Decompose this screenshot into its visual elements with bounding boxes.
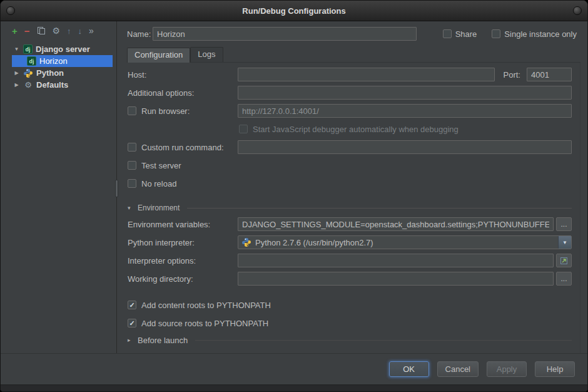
check-icon: ✓ — [129, 320, 134, 327]
run-debug-configurations-dialog: Run/Debug Configurations + − ⚙ ↑ ↓ » ▼ d… — [0, 0, 588, 392]
run-browser-checkbox[interactable] — [128, 106, 136, 115]
single-instance-option[interactable]: Single instance only — [492, 29, 577, 39]
copy-configuration-icon[interactable] — [37, 26, 46, 35]
host-label: Host: — [128, 70, 238, 80]
js-debugger-label: Start JavaScript debugger automatically … — [253, 125, 459, 134]
separator-line — [195, 340, 572, 341]
tree-item-python[interactable]: ▶ Python — [1, 67, 116, 79]
before-launch-title: Before launch — [138, 336, 188, 345]
expand-field-button[interactable] — [556, 254, 572, 267]
expander-open-icon[interactable]: ▼ — [13, 46, 20, 52]
custom-run-command-option[interactable]: Custom run command: — [128, 143, 238, 152]
tree-item-django-server[interactable]: ▼ dj Django server — [1, 43, 116, 55]
apply-button[interactable]: Apply — [487, 361, 527, 377]
run-browser-row: Run browser: — [128, 104, 572, 118]
environment-variables-label: Environment variables: — [128, 220, 238, 229]
tab-logs[interactable]: Logs — [190, 47, 223, 62]
port-label: Port: — [504, 70, 520, 80]
environment-variables-input[interactable] — [238, 217, 554, 231]
python-interpreter-row: Python interpreter: Python 2.7.6 (/usr/b… — [128, 235, 572, 249]
expand-section-icon[interactable]: ▸ — [128, 337, 134, 343]
add-source-roots-row: ✓ Add source roots to PYTHONPATH — [128, 316, 572, 330]
separator-line — [187, 208, 572, 209]
edit-defaults-icon[interactable]: ⚙ — [53, 26, 61, 36]
no-reload-row: No reload — [128, 177, 572, 190]
environment-section-header[interactable]: ▾ Environment — [128, 202, 572, 214]
run-browser-option[interactable]: Run browser: — [128, 106, 238, 116]
configuration-panel: Host: Port: Additional options: Run brow… — [127, 63, 580, 353]
additional-options-row: Additional options: — [128, 86, 572, 100]
window-bottom-edge — [1, 384, 587, 391]
python-icon — [241, 237, 251, 247]
check-icon: ✓ — [129, 302, 134, 309]
python-interpreter-select[interactable]: Python 2.7.6 (/usr/bin/python2.7) ▼ — [238, 235, 572, 249]
title-bar[interactable]: Run/Debug Configurations — [1, 1, 587, 21]
working-directory-browse-button[interactable]: ... — [556, 272, 572, 286]
no-reload-label: No reload — [141, 179, 176, 188]
js-debugger-checkbox[interactable] — [239, 125, 248, 133]
add-content-roots-checkbox[interactable]: ✓ — [128, 301, 136, 309]
help-button[interactable]: Help — [535, 361, 575, 377]
move-down-icon[interactable]: ↓ — [78, 26, 83, 36]
interpreter-options-input[interactable] — [238, 254, 554, 267]
ok-button[interactable]: OK — [389, 361, 429, 377]
add-content-roots-label: Add content roots to PYTHONPATH — [141, 301, 271, 310]
move-up-icon[interactable]: ↑ — [67, 26, 71, 36]
share-label: Share — [455, 29, 477, 39]
dialog-title: Run/Debug Configurations — [242, 6, 345, 16]
python-interpreter-label: Python interpreter: — [128, 238, 238, 247]
window-close-button[interactable] — [573, 6, 582, 15]
python-interpreter-value: Python 2.7.6 (/usr/bin/python2.7) — [255, 238, 554, 247]
cancel-button[interactable]: Cancel — [437, 361, 479, 377]
add-source-roots-label: Add source roots to PYTHONPATH — [141, 319, 268, 328]
interpreter-options-row: Interpreter options: — [128, 254, 572, 267]
combo-arrow-icon[interactable]: ▼ — [558, 236, 571, 249]
splitter-handle[interactable] — [115, 180, 118, 197]
port-input[interactable] — [527, 68, 572, 81]
test-server-label: Test server — [141, 161, 181, 170]
collapse-icon[interactable]: ▾ — [128, 205, 134, 211]
name-row: Name: Share Single instance only — [127, 27, 580, 41]
tree-item-defaults[interactable]: ▶ ⚙ Defaults — [1, 79, 116, 91]
custom-run-command-checkbox[interactable] — [128, 143, 136, 152]
add-source-roots-checkbox[interactable]: ✓ — [128, 319, 136, 328]
host-row: Host: Port: — [128, 68, 572, 81]
window-menu-button[interactable] — [6, 6, 15, 15]
dialog-body: + − ⚙ ↑ ↓ » ▼ dj Django server dj Horiz — [1, 21, 587, 353]
working-directory-input[interactable] — [238, 272, 554, 286]
tab-configuration[interactable]: Configuration — [127, 48, 190, 63]
tree-item-label: Horizon — [39, 56, 68, 66]
working-directory-label: Working directory: — [128, 274, 238, 284]
combo-arrow-glyph: ▼ — [562, 240, 567, 245]
configuration-editor: Name: Share Single instance only Configu… — [117, 21, 587, 353]
configurations-tree: ▼ dj Django server dj Horizon ▶ Python ▶ — [1, 40, 116, 91]
custom-run-command-row: Custom run command: — [128, 140, 572, 154]
interpreter-options-label: Interpreter options: — [128, 256, 238, 266]
run-browser-url-input[interactable] — [238, 104, 572, 118]
host-input[interactable] — [238, 68, 495, 81]
expander-closed-icon[interactable]: ▶ — [13, 82, 20, 88]
working-directory-row: Working directory: ... — [128, 272, 572, 286]
share-checkbox[interactable] — [443, 29, 452, 38]
tree-item-label: Python — [36, 68, 64, 78]
additional-options-input[interactable] — [238, 86, 572, 100]
environment-variables-browse-button[interactable]: ... — [556, 217, 572, 231]
tree-item-horizon[interactable]: dj Horizon — [12, 55, 113, 67]
test-server-checkbox[interactable] — [128, 161, 136, 170]
custom-run-command-label: Custom run command: — [141, 143, 224, 152]
django-icon-text: dj — [26, 46, 31, 53]
before-launch-section[interactable]: ▸ Before launch — [128, 334, 572, 346]
django-icon-text: dj — [29, 58, 34, 64]
custom-run-command-input[interactable] — [238, 140, 572, 154]
remove-configuration-icon[interactable]: − — [24, 26, 30, 36]
sidebar-toolbar: + − ⚙ ↑ ↓ » — [1, 21, 116, 40]
django-icon: dj — [23, 44, 33, 54]
no-reload-checkbox[interactable] — [128, 179, 136, 188]
share-option[interactable]: Share — [443, 29, 477, 39]
expander-closed-icon[interactable]: ▶ — [13, 70, 20, 76]
name-input[interactable] — [153, 27, 417, 41]
add-configuration-icon[interactable]: + — [12, 26, 18, 36]
more-actions-icon[interactable]: » — [89, 26, 93, 36]
tab-bar: Configuration Logs — [127, 47, 580, 63]
single-instance-checkbox[interactable] — [492, 29, 500, 38]
